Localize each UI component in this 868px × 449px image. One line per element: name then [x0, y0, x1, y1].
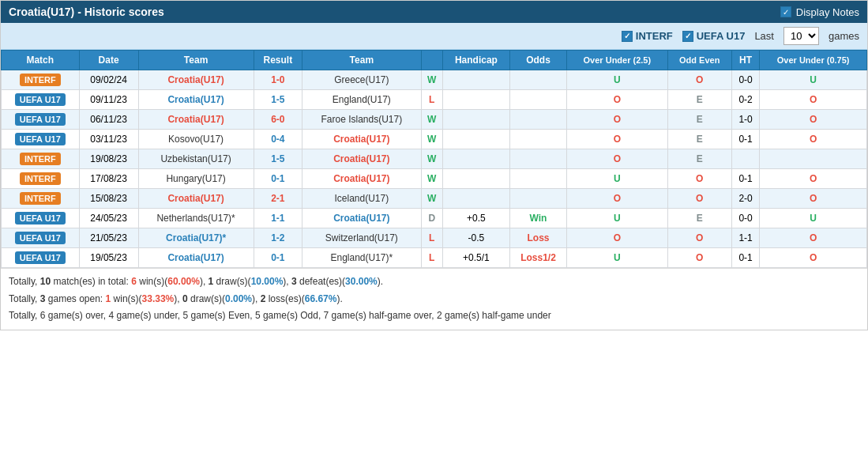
odd-even-value: E — [667, 110, 731, 130]
ou25-value: U — [567, 209, 667, 228]
uefa-filter[interactable]: ✓ UEFA U17 — [682, 30, 746, 42]
scores-table: Match Date Team Result Team Handicap Odd… — [1, 50, 867, 268]
match-date: 24/05/23 — [79, 209, 138, 228]
match-result: 1-5 — [254, 90, 302, 110]
odds-value — [509, 130, 566, 149]
ou25-value: U — [567, 248, 667, 268]
match-wdl: W — [421, 110, 442, 130]
ou075-label: U — [810, 74, 817, 85]
team1-label: Kosovo(U17) — [168, 134, 224, 145]
match-date: 21/05/23 — [79, 228, 138, 248]
team1-label: Hungary(U17) — [166, 173, 225, 184]
match-result: 0-1 — [254, 248, 302, 268]
badge-label: UEFA U17 — [15, 133, 66, 145]
match-badge: INTERF — [2, 70, 80, 90]
team1-name: Croatia(U17) — [138, 248, 254, 268]
wdl-label: L — [429, 94, 434, 105]
odds-label: Loss1/2 — [520, 252, 556, 263]
ht-score: 1-1 — [731, 228, 759, 248]
match-result: 6-0 — [254, 110, 302, 130]
odd-even-label: E — [697, 153, 703, 164]
team2-label: Iceland(U17) — [334, 193, 389, 204]
match-wdl: L — [421, 248, 442, 268]
badge-label: INTERF — [20, 192, 61, 205]
display-notes-label: Display Notes — [796, 6, 859, 18]
match-wdl: W — [421, 149, 442, 169]
ou075-label: O — [810, 134, 817, 145]
ou25-label: O — [614, 193, 621, 204]
wdl-label: D — [428, 213, 435, 224]
team2-name: Iceland(U17) — [302, 189, 421, 209]
wdl-label: L — [429, 232, 434, 243]
ou075-value: O — [760, 110, 867, 130]
ou075-value — [760, 149, 867, 169]
result-score: 2-1 — [271, 193, 284, 204]
col-odds: Odds — [509, 51, 566, 70]
odd-even-label: O — [696, 173, 703, 184]
handicap-value: +0.5 — [442, 209, 509, 228]
match-result: 0-4 — [254, 130, 302, 149]
uefa-checkbox[interactable]: ✓ — [682, 31, 693, 42]
badge-label: INTERF — [20, 74, 61, 86]
team2-name: England(U17)* — [302, 248, 421, 268]
team2-name: Greece(U17) — [302, 70, 421, 90]
summary-line1: Totally, 10 match(es) in total: 6 win(s)… — [9, 274, 859, 291]
ht-score — [731, 149, 759, 169]
ou25-value: O — [567, 149, 667, 169]
odd-even-label: O — [696, 232, 703, 243]
ou25-label: O — [614, 114, 621, 125]
odd-even-value: E — [667, 130, 731, 149]
team2-name: Croatia(U17) — [302, 169, 421, 189]
ht-score: 0-1 — [731, 130, 759, 149]
odd-even-label: E — [697, 213, 703, 224]
col-date: Date — [79, 51, 138, 70]
match-result: 1-0 — [254, 70, 302, 90]
filter-bar: ✓ INTERF ✓ UEFA U17 Last 10 20 30 games — [1, 23, 867, 50]
odds-value — [509, 70, 566, 90]
col-team2: Team — [302, 51, 421, 70]
wdl-label: L — [429, 252, 434, 263]
display-notes-checkbox[interactable]: ✓ — [780, 6, 791, 17]
badge-label: UEFA U17 — [15, 113, 66, 126]
match-wdl: W — [421, 189, 442, 209]
summary-section: Totally, 10 match(es) in total: 6 win(s)… — [1, 268, 867, 330]
interf-filter[interactable]: ✓ INTERF — [622, 30, 673, 42]
odd-even-value: O — [667, 248, 731, 268]
match-badge: UEFA U17 — [2, 209, 80, 228]
handicap-value — [442, 90, 509, 110]
match-date: 06/11/23 — [79, 110, 138, 130]
odd-even-value: E — [667, 149, 731, 169]
table-row: UEFA U1709/11/23Croatia(U17)1-5England(U… — [2, 90, 867, 110]
ht-score: 0-0 — [731, 209, 759, 228]
team2-label: Croatia(U17) — [333, 134, 389, 145]
match-date: 09/11/23 — [79, 90, 138, 110]
ou075-value: O — [760, 189, 867, 209]
team1-label: Croatia(U17) — [167, 252, 224, 263]
match-date: 03/11/23 — [79, 130, 138, 149]
ht-score: 0-1 — [731, 169, 759, 189]
odd-even-value: O — [667, 70, 731, 90]
games-select[interactable]: 10 20 30 — [783, 27, 819, 45]
team1-name: Croatia(U17) — [138, 90, 254, 110]
games-label: games — [829, 30, 859, 42]
badge-label: UEFA U17 — [15, 212, 66, 224]
interf-checkbox[interactable]: ✓ — [622, 31, 633, 42]
odd-even-value: O — [667, 189, 731, 209]
col-space — [421, 51, 442, 70]
ou075-value: U — [760, 209, 867, 228]
col-match: Match — [2, 51, 80, 70]
match-wdl: W — [421, 169, 442, 189]
ou075-label: O — [810, 114, 817, 125]
result-score: 1-2 — [271, 232, 284, 243]
team2-label: England(U17)* — [330, 252, 393, 263]
odd-even-value: E — [667, 90, 731, 110]
match-wdl: W — [421, 70, 442, 90]
team2-name: Croatia(U17) — [302, 130, 421, 149]
ou075-label: O — [810, 252, 817, 263]
table-row: INTERF15/08/23Croatia(U17)2-1Iceland(U17… — [2, 189, 867, 209]
team1-label: Uzbekistan(U17) — [160, 153, 231, 164]
table-row: UEFA U1719/05/23Croatia(U17)0-1England(U… — [2, 248, 867, 268]
badge-label: UEFA U17 — [15, 93, 66, 106]
col-handicap: Handicap — [442, 51, 509, 70]
match-result: 0-1 — [254, 169, 302, 189]
